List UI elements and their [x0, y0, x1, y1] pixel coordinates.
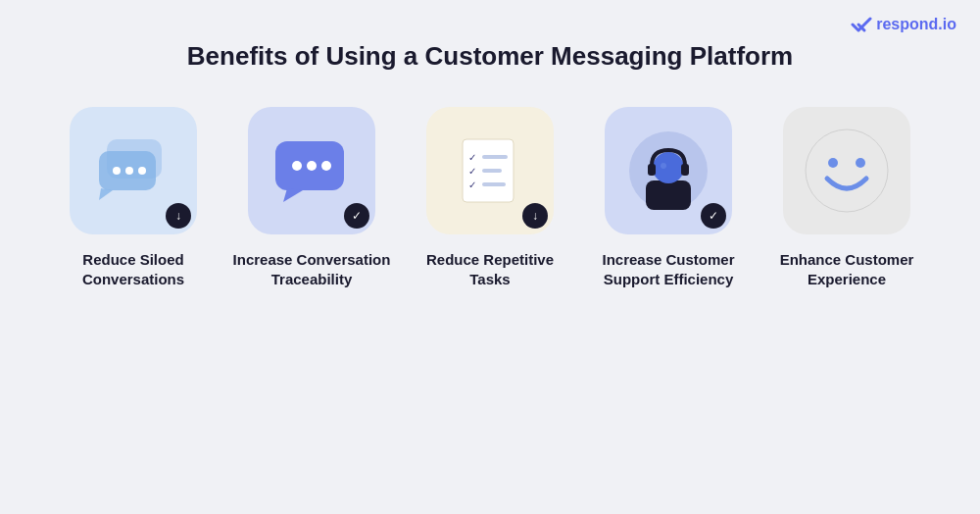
svg-point-8: [292, 161, 302, 171]
svg-text:✓: ✓: [468, 166, 476, 177]
card4-badge: ✓: [701, 203, 726, 229]
card4-label: Increase Customer Support Efficiency: [585, 250, 752, 290]
card3-badge: ↓: [522, 203, 548, 229]
svg-rect-15: [482, 169, 502, 173]
card5-icon-wrapper: [783, 107, 910, 234]
svg-point-9: [307, 161, 317, 171]
card-enhance-experience: Enhance Customer Experience: [763, 107, 930, 290]
svg-point-20: [653, 152, 684, 183]
card2-label: Increase Conversation Traceability: [228, 250, 395, 290]
svg-point-3: [113, 167, 121, 175]
main-title: Benefits of Using a Customer Messaging P…: [187, 41, 793, 72]
svg-rect-22: [681, 164, 689, 176]
page-wrapper: respond.io Benefits of Using a Customer …: [0, 0, 980, 514]
card-customer-support: ✓ Increase Customer Support Efficiency: [585, 107, 752, 290]
card1-badge: ↓: [166, 203, 191, 229]
svg-rect-13: [482, 155, 508, 159]
card-conversation-traceability: ✓ Increase Conversation Traceability: [228, 107, 395, 290]
card1-icon-wrapper: ↓: [70, 107, 197, 234]
svg-rect-17: [482, 182, 506, 186]
svg-point-26: [856, 158, 865, 168]
cards-row: ↓ Reduce Siloed Conversations: [39, 107, 941, 290]
card-reduce-repetitive: ✓ ✓ ✓ ↓ Reduce Repetitive Tasks: [407, 107, 573, 290]
card3-icon-wrapper: ✓ ✓ ✓ ↓: [426, 107, 554, 234]
svg-marker-7: [283, 188, 303, 202]
svg-point-10: [321, 161, 331, 171]
svg-text:✓: ✓: [468, 152, 476, 163]
card-reduce-siloed: ↓ Reduce Siloed Conversations: [50, 107, 217, 290]
card2-icon-wrapper: ✓: [248, 107, 375, 234]
siloed-conversations-icon: [89, 131, 177, 210]
conversation-traceability-icon: [268, 131, 356, 210]
card5-label: Enhance Customer Experience: [763, 250, 930, 290]
svg-point-23: [661, 163, 666, 169]
enhance-experience-icon: [798, 122, 896, 220]
svg-point-5: [138, 167, 146, 175]
repetitive-tasks-icon: ✓ ✓ ✓: [451, 131, 529, 210]
svg-marker-2: [99, 188, 113, 200]
card3-label: Reduce Repetitive Tasks: [407, 250, 573, 290]
svg-text:✓: ✓: [468, 180, 476, 190]
card2-badge: ✓: [344, 203, 369, 229]
logo-icon: [851, 16, 872, 33]
customer-support-icon: [624, 127, 712, 215]
card4-icon-wrapper: ✓: [605, 107, 732, 234]
svg-rect-21: [648, 164, 656, 176]
logo: respond.io: [851, 16, 956, 33]
svg-point-4: [125, 167, 133, 175]
svg-rect-19: [646, 180, 691, 210]
card5-bg: [783, 107, 910, 234]
logo-text: respond.io: [876, 16, 956, 33]
svg-point-25: [828, 158, 838, 168]
svg-point-24: [806, 129, 888, 212]
card1-label: Reduce Siloed Conversations: [50, 250, 217, 290]
